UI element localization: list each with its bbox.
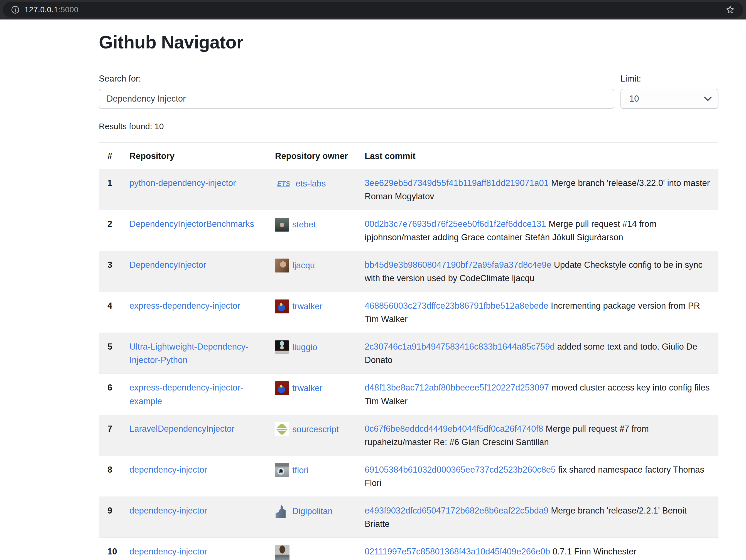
owner-link[interactable]: stebet <box>292 219 316 229</box>
table-row: 10 dependency-injector FinnWinchester 02… <box>99 537 718 560</box>
owner-cell: liuggio <box>275 333 365 374</box>
repository-link[interactable]: DependencyInjectorBenchmarks <box>130 219 254 229</box>
owner-link[interactable]: sourcescript <box>292 424 339 434</box>
repository-link[interactable]: dependency-injector <box>130 506 207 515</box>
commit-hash-link[interactable]: 3ee629eb5d7349d55f41b119aff81dd219071a01 <box>365 178 549 188</box>
commit-cell: 2c30746c1a91b4947583416c833b1644a85c759d… <box>365 333 718 374</box>
commit-cell: 00d2b3c7e76935d76f25ee50f6d1f2ef6ddce131… <box>365 210 718 251</box>
search-input[interactable] <box>99 89 614 109</box>
trwalker-avatar <box>275 299 289 314</box>
chevron-down-icon <box>704 96 712 101</box>
commit-cell: 0c67f6be8eddcd4449eb4044f5df0ca26f4740f8… <box>365 415 718 455</box>
commit-hash-link[interactable]: 02111997e57c85801368f43a10d45f409e266e0b <box>365 547 550 556</box>
commit-cell: d48f13be8ac712abf80bbeeee5f120227d253097… <box>365 374 718 415</box>
owner-link[interactable]: liuggio <box>292 342 317 352</box>
row-number: 5 <box>99 333 130 374</box>
url-port: :5000 <box>58 5 79 14</box>
table-header-row: # Repository Repository owner Last commi… <box>99 143 718 169</box>
row-number: 4 <box>99 292 130 333</box>
url-field[interactable]: 127.0.0.1:5000 <box>3 2 743 18</box>
commit-cell: bb45d9e3b98608047190bf72a95fa9a37d8c4e9e… <box>365 251 718 292</box>
liuggio-avatar <box>275 341 289 354</box>
owner-link[interactable]: Digipolitan <box>292 506 333 516</box>
repository-link[interactable]: express-dependency-injector-example <box>130 383 243 406</box>
commit-cell: e493f9032dfcd65047172b682e8b6eaf22c5bda9… <box>365 497 718 537</box>
row-number: 9 <box>99 497 130 537</box>
bookmark-star-icon[interactable] <box>725 5 735 14</box>
owner-cell: Digipolitan <box>275 497 365 537</box>
stebet-avatar <box>275 218 289 232</box>
owner-cell: trwalker <box>275 374 365 415</box>
table-row: 4 express-dependency-injector trwalker 4… <box>99 292 718 333</box>
commit-hash-link[interactable]: 2c30746c1a91b4947583416c833b1644a85c759d <box>365 342 555 352</box>
column-header-repository: Repository <box>130 143 275 169</box>
owner-cell: tflori <box>275 455 365 497</box>
limit-select-value: 10 <box>629 94 639 104</box>
commit-message: 0.7.1 Finn Winchester <box>552 547 637 556</box>
repository-link[interactable]: dependency-injector <box>130 465 207 475</box>
owner-link[interactable]: tflori <box>292 465 309 475</box>
owner-link[interactable]: trwalker <box>292 301 323 311</box>
owner-link[interactable]: ets-labs <box>296 179 326 188</box>
row-number: 3 <box>99 251 130 292</box>
sourcescript-avatar <box>275 422 289 436</box>
owner-link[interactable]: trwalker <box>292 383 323 393</box>
row-number: 8 <box>99 455 130 497</box>
tflori-avatar <box>275 463 289 477</box>
row-number: 1 <box>99 169 130 210</box>
commit-hash-link[interactable]: 69105384b61032d000365ee737cd2523b260c8e5 <box>365 465 555 475</box>
table-row: 1 python-dependency-injector ETSets-labs… <box>99 169 718 210</box>
repository-link[interactable]: python-dependency-injector <box>130 178 236 188</box>
page-title: Github Navigator <box>99 32 718 53</box>
row-number: 6 <box>99 374 130 415</box>
table-row: 6 express-dependency-injector-example tr… <box>99 374 718 415</box>
column-header-last-commit: Last commit <box>365 143 718 169</box>
commit-cell: 69105384b61032d000365ee737cd2523b260c8e5… <box>365 455 718 497</box>
owner-cell: trwalker <box>275 292 365 333</box>
row-number: 10 <box>99 537 130 560</box>
owner-cell: ljacqu <box>275 251 365 292</box>
main-content: Github Navigator Search for: Limit: 10 R… <box>99 32 718 560</box>
ljacqu-avatar <box>275 259 289 272</box>
table-row: 7 LaravelDependencyInjector sourcescript… <box>99 415 718 455</box>
repository-link[interactable]: Ultra-Lightweight-Dependency-Injector-Py… <box>130 342 248 365</box>
owner-link[interactable]: ljacqu <box>292 261 315 270</box>
column-header-number: # <box>99 143 130 169</box>
trwalker-avatar <box>275 381 289 395</box>
owner-cell: ETSets-labs <box>275 169 365 210</box>
owner-cell: sourcescript <box>275 415 365 455</box>
info-icon[interactable] <box>11 6 20 14</box>
column-header-repository-owner: Repository owner <box>275 143 365 169</box>
results-table: # Repository Repository owner Last commi… <box>99 143 718 560</box>
commit-hash-link[interactable]: 468856003c273dffce23b86791fbbe512a8ebede <box>365 301 548 311</box>
browser-address-bar: 127.0.0.1:5000 <box>0 0 746 20</box>
table-row: 5 Ultra-Lightweight-Dependency-Injector-… <box>99 333 718 374</box>
commit-hash-link[interactable]: 0c67f6be8eddcd4449eb4044f5df0ca26f4740f8 <box>365 424 543 434</box>
repository-link[interactable]: DependencyInjector <box>130 260 206 270</box>
limit-label: Limit: <box>621 74 718 84</box>
digipolitan-avatar <box>275 504 289 518</box>
url-text: 127.0.0.1:5000 <box>25 5 79 14</box>
commit-hash-link[interactable]: d48f13be8ac712abf80bbeeee5f120227d253097 <box>365 383 549 392</box>
results-count: Results found: 10 <box>99 122 718 131</box>
search-controls: Search for: Limit: 10 <box>99 74 718 109</box>
commit-cell: 468856003c273dffce23b86791fbbe512a8ebede… <box>365 292 718 333</box>
commit-cell: 02111997e57c85801368f43a10d45f409e266e0b… <box>365 537 718 560</box>
limit-select[interactable]: 10 <box>621 89 718 109</box>
owner-cell: FinnWinchester <box>275 537 365 560</box>
table-row: 3 DependencyInjector ljacqu bb45d9e3b986… <box>99 251 718 292</box>
owner-cell: stebet <box>275 210 365 251</box>
search-label: Search for: <box>99 74 614 84</box>
table-row: 2 DependencyInjectorBenchmarks stebet 00… <box>99 210 718 251</box>
row-number: 7 <box>99 415 130 455</box>
commit-hash-link[interactable]: e493f9032dfcd65047172b682e8b6eaf22c5bda9 <box>365 506 548 515</box>
repository-link[interactable]: dependency-injector <box>130 547 207 556</box>
finnwinchester-avatar <box>275 545 289 560</box>
commit-hash-link[interactable]: 00d2b3c7e76935d76f25ee50f6d1f2ef6ddce131 <box>365 219 546 229</box>
commit-hash-link[interactable]: bb45d9e3b98608047190bf72a95fa9a37d8c4e9e <box>365 260 551 270</box>
commit-cell: 3ee629eb5d7349d55f41b119aff81dd219071a01… <box>365 169 718 210</box>
repository-link[interactable]: LaravelDependencyInjector <box>130 424 234 434</box>
ets-labs-avatar: ETS <box>275 178 292 190</box>
table-row: 9 dependency-injector Digipolitan e493f9… <box>99 497 718 537</box>
repository-link[interactable]: express-dependency-injector <box>130 301 240 311</box>
